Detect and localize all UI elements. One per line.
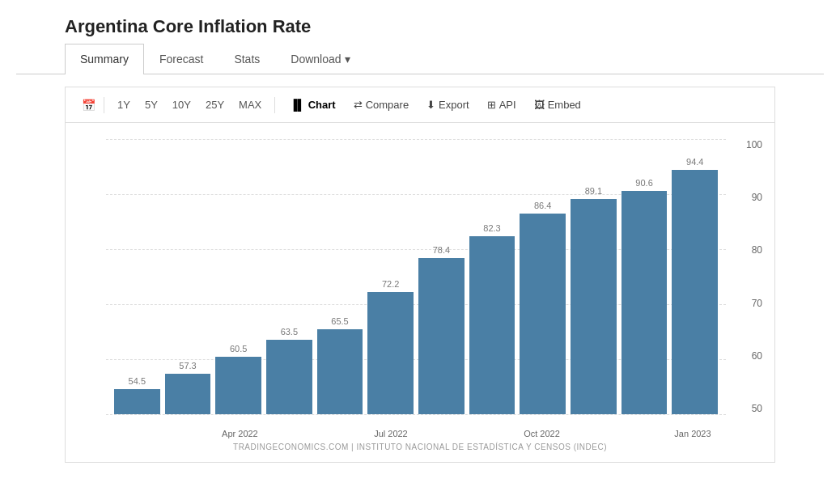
bar-group[interactable]: 86.4 bbox=[520, 139, 566, 414]
period-25y-button[interactable]: 25Y bbox=[201, 95, 229, 114]
y-axis-label: 50 bbox=[746, 403, 762, 414]
bar-value-label: 86.4 bbox=[534, 201, 551, 210]
period-5y-button[interactable]: 5Y bbox=[140, 95, 163, 114]
bar-group[interactable]: 78.4 bbox=[418, 139, 465, 414]
bar: 86.4 bbox=[520, 214, 566, 414]
bar-value-label: 65.5 bbox=[331, 316, 348, 326]
bars-area: 54.557.360.563.565.572.278.482.386.489.1… bbox=[106, 139, 726, 414]
x-axis-label bbox=[416, 429, 466, 438]
bar: 65.5 bbox=[317, 329, 363, 414]
x-axis-label bbox=[265, 429, 316, 438]
bar-value-label: 90.6 bbox=[635, 178, 652, 188]
tab-summary[interactable]: Summary bbox=[65, 44, 144, 74]
y-axis-label: 90 bbox=[746, 192, 762, 203]
tab-stats[interactable]: Stats bbox=[218, 44, 275, 74]
calendar-icon[interactable]: 📅 bbox=[82, 99, 95, 112]
tab-forecast[interactable]: Forecast bbox=[144, 44, 218, 74]
bar-group[interactable]: 94.4 bbox=[672, 139, 718, 414]
bar-chart-icon: ▐▌ bbox=[290, 99, 304, 111]
bar-value-label: 57.3 bbox=[179, 361, 196, 371]
attribution: TRADINGECONOMICS.COM | INSTITUTO NACIONA… bbox=[74, 443, 766, 451]
toolbar-divider-2 bbox=[274, 97, 275, 113]
bar: 57.3 bbox=[165, 374, 211, 414]
embed-button[interactable]: 🖼 Embed bbox=[528, 95, 588, 114]
bar-value-label: 94.4 bbox=[686, 157, 703, 167]
bar: 90.6 bbox=[622, 191, 668, 414]
x-axis-label: Apr 2022 bbox=[214, 429, 265, 438]
bar-group[interactable]: 72.2 bbox=[367, 139, 414, 414]
grid-icon: ⊞ bbox=[487, 99, 496, 111]
tabs-bar: Summary Forecast Stats Download ▾ bbox=[16, 44, 824, 74]
bar: 89.1 bbox=[571, 199, 617, 414]
x-axis-label: Jan 2023 bbox=[668, 429, 718, 438]
bar: 60.5 bbox=[215, 357, 261, 414]
bar: 82.3 bbox=[469, 236, 515, 414]
x-axis-label: Oct 2022 bbox=[516, 429, 566, 438]
page-title: Argentina Core Inflation Rate bbox=[16, 8, 824, 44]
x-axis-label bbox=[316, 429, 366, 438]
chart-button[interactable]: ▐▌ Chart bbox=[283, 95, 342, 114]
x-axis-label bbox=[466, 429, 516, 438]
bar-value-label: 89.1 bbox=[585, 186, 602, 196]
api-button[interactable]: ⊞ API bbox=[481, 95, 523, 114]
chart-container: 1009080706050 54.557.360.563.565.572.278… bbox=[74, 139, 766, 438]
bar: 63.5 bbox=[266, 340, 312, 414]
toolbar: 📅 1Y 5Y 10Y 25Y MAX ▐▌ Chart ⇄ Compare ⬇… bbox=[65, 87, 775, 123]
bar-group[interactable]: 63.5 bbox=[266, 139, 312, 414]
x-axis-label bbox=[114, 429, 164, 438]
export-button[interactable]: ⬇ Export bbox=[420, 95, 476, 114]
bar: 54.5 bbox=[114, 389, 160, 414]
y-axis: 1009080706050 bbox=[746, 139, 762, 414]
page: Argentina Core Inflation Rate Summary Fo… bbox=[0, 0, 840, 504]
bar-value-label: 78.4 bbox=[433, 245, 450, 255]
bar: 94.4 bbox=[672, 170, 718, 414]
y-axis-label: 100 bbox=[746, 139, 762, 150]
bar-value-label: 60.5 bbox=[230, 344, 247, 354]
download-icon: ⬇ bbox=[426, 99, 435, 111]
bar: 78.4 bbox=[418, 258, 465, 414]
y-axis-label: 60 bbox=[746, 350, 762, 362]
y-axis-label: 80 bbox=[746, 244, 762, 256]
bar-value-label: 63.5 bbox=[281, 327, 298, 337]
bar: 72.2 bbox=[367, 292, 414, 414]
bar-group[interactable]: 65.5 bbox=[317, 139, 363, 414]
bar-group[interactable]: 89.1 bbox=[571, 139, 617, 414]
y-axis-label: 70 bbox=[746, 298, 762, 309]
x-axis: Apr 2022Jul 2022Oct 2022Jan 2023 bbox=[106, 425, 726, 438]
toolbar-divider-1 bbox=[104, 97, 104, 113]
image-icon: 🖼 bbox=[534, 99, 545, 111]
tab-download[interactable]: Download ▾ bbox=[275, 44, 365, 74]
x-axis-label bbox=[567, 429, 617, 438]
bar-group[interactable]: 60.5 bbox=[215, 139, 261, 414]
chart-area: 1009080706050 54.557.360.563.565.572.278… bbox=[65, 123, 775, 463]
period-10y-button[interactable]: 10Y bbox=[168, 95, 196, 114]
grid-line bbox=[106, 414, 726, 415]
x-axis-label bbox=[617, 429, 668, 438]
bar-group[interactable]: 90.6 bbox=[622, 139, 668, 414]
x-axis-label: Jul 2022 bbox=[366, 429, 416, 438]
bar-value-label: 54.5 bbox=[129, 376, 146, 386]
bar-value-label: 82.3 bbox=[483, 223, 500, 233]
bar-group[interactable]: 57.3 bbox=[165, 139, 211, 414]
bar-group[interactable]: 54.5 bbox=[114, 139, 160, 414]
compare-icon: ⇄ bbox=[354, 99, 363, 111]
bar-group[interactable]: 82.3 bbox=[469, 139, 515, 414]
bar-value-label: 72.2 bbox=[382, 279, 399, 289]
chevron-down-icon: ▾ bbox=[345, 53, 350, 66]
period-1y-button[interactable]: 1Y bbox=[112, 95, 135, 114]
x-axis-label bbox=[164, 429, 214, 438]
compare-button[interactable]: ⇄ Compare bbox=[347, 95, 415, 114]
period-max-button[interactable]: MAX bbox=[234, 95, 266, 114]
